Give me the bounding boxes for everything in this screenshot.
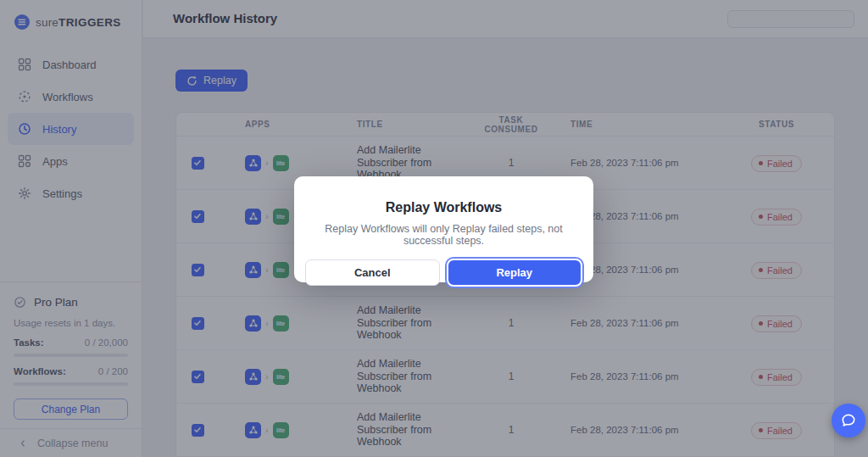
replay-confirm-button[interactable]: Replay [447, 259, 583, 287]
replay-workflows-dialog: Replay Workflows Replay Workflows will o… [294, 176, 593, 282]
chat-bubble-icon [840, 412, 857, 429]
cancel-button[interactable]: Cancel [305, 259, 440, 286]
dialog-message: Replay Workflows will only Replay failed… [294, 223, 593, 247]
dialog-title: Replay Workflows [294, 176, 593, 215]
dialog-actions: Cancel Replay [294, 259, 593, 287]
chat-widget-button[interactable] [832, 404, 865, 437]
